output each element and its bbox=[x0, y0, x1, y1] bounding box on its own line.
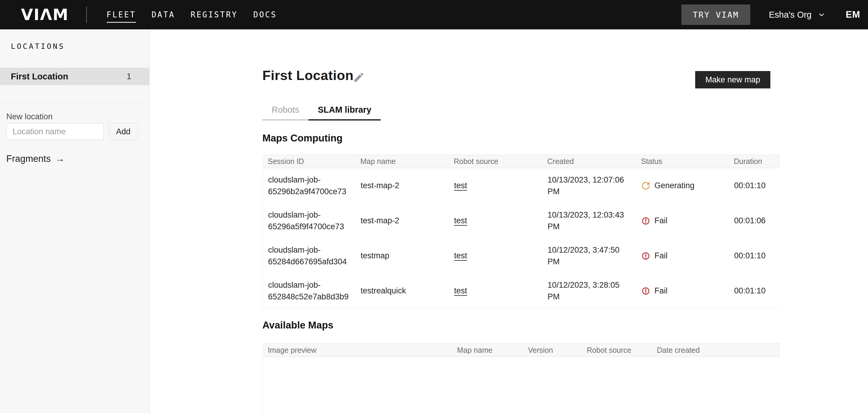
maps-computing-heading: Maps Computing bbox=[262, 132, 343, 144]
tab-slam-library[interactable]: SLAM library bbox=[309, 100, 381, 120]
try-viam-button[interactable]: TRY VIAM bbox=[681, 4, 750, 25]
refresh-icon bbox=[641, 181, 650, 190]
status-cell: Fail bbox=[636, 285, 729, 297]
robot-source-link[interactable]: test bbox=[454, 216, 467, 225]
org-selector[interactable]: Esha's Org bbox=[769, 10, 826, 20]
robot-source-cell: test bbox=[449, 250, 542, 262]
maps-computing-table: Session ID Map name Robot source Created… bbox=[262, 155, 780, 309]
error-icon bbox=[641, 252, 650, 261]
table-row: cloudslam-job-65296b2a9f4700ce73test-map… bbox=[263, 168, 780, 203]
available-maps-table: Image preview Map name Version Robot sou… bbox=[262, 344, 780, 413]
top-nav: VIΛM FLEET DATA REGISTRY DOCS TRY VIAM E… bbox=[0, 0, 868, 29]
column-header-map-name: Map name bbox=[355, 157, 448, 166]
robot-source-link[interactable]: test bbox=[454, 181, 467, 190]
map-name-cell: testmap bbox=[355, 250, 449, 262]
column-header-status: Status bbox=[636, 157, 728, 166]
nav-link-fleet[interactable]: FLEET bbox=[106, 0, 136, 29]
tab-robots[interactable]: Robots bbox=[262, 100, 309, 120]
location-robot-count: 1 bbox=[127, 72, 131, 81]
status-cell: Fail bbox=[636, 250, 729, 262]
make-new-map-button[interactable]: Make new map bbox=[695, 71, 770, 88]
edit-pencil-icon[interactable] bbox=[353, 71, 365, 83]
user-avatar[interactable]: EM bbox=[846, 9, 861, 20]
sidebar-item-first-location[interactable]: First Location 1 bbox=[0, 68, 149, 85]
column-header-robot-source: Robot source bbox=[448, 157, 542, 166]
status-label: Fail bbox=[654, 250, 668, 262]
locations-sidebar: LOCATIONS First Location 1 New location … bbox=[0, 29, 150, 413]
error-icon bbox=[641, 216, 650, 226]
new-location-label: New location bbox=[6, 112, 53, 121]
location-name-input[interactable] bbox=[6, 123, 104, 140]
available-maps-empty-body bbox=[262, 357, 780, 413]
duration-cell: 00:01:10 bbox=[729, 250, 780, 262]
sidebar-heading: LOCATIONS bbox=[11, 42, 65, 51]
nav-link-registry[interactable]: REGISTRY bbox=[191, 0, 238, 29]
app-root: VIΛM FLEET DATA REGISTRY DOCS TRY VIAM E… bbox=[0, 0, 868, 413]
session-id-cell: cloudslam-job-652848c52e7ab8d3b9 bbox=[263, 279, 355, 303]
status-cell: Fail bbox=[636, 215, 729, 227]
created-cell: 10/13/2023, 12:07:06 PM bbox=[542, 174, 636, 198]
location-name: First Location bbox=[11, 71, 68, 82]
available-maps-header: Image preview Map name Version Robot sou… bbox=[262, 344, 780, 357]
duration-cell: 00:01:06 bbox=[729, 215, 780, 227]
status-label: Generating bbox=[654, 180, 694, 191]
status-cell: Generating bbox=[636, 180, 729, 191]
new-location-form: Add bbox=[6, 123, 138, 140]
maps-computing-rows: cloudslam-job-65296b2a9f4700ce73test-map… bbox=[262, 168, 780, 309]
nav-divider bbox=[86, 6, 87, 23]
robot-source-link[interactable]: test bbox=[454, 251, 467, 260]
table-row: cloudslam-job-65284d667695afd304testmapt… bbox=[263, 238, 780, 273]
column-header-created: Created bbox=[542, 157, 636, 166]
nav-links: FLEET DATA REGISTRY DOCS bbox=[106, 0, 277, 29]
duration-cell: 00:01:10 bbox=[729, 285, 780, 297]
robot-source-cell: test bbox=[449, 180, 542, 191]
created-cell: 10/13/2023, 12:03:43 PM bbox=[542, 209, 636, 233]
created-cell: 10/12/2023, 3:47:50 PM bbox=[542, 244, 636, 268]
status-label: Fail bbox=[654, 285, 668, 297]
fragments-link[interactable]: Fragments → bbox=[6, 153, 65, 164]
maps-computing-header: Session ID Map name Robot source Created… bbox=[262, 155, 780, 168]
column-header-version: Version bbox=[523, 346, 581, 355]
map-name-cell: testrealquick bbox=[355, 285, 449, 297]
chevron-down-icon bbox=[818, 11, 826, 19]
column-header-robot-source: Robot source bbox=[581, 346, 651, 355]
tab-bar: Robots SLAM library bbox=[262, 100, 381, 120]
column-header-map-name: Map name bbox=[452, 346, 523, 355]
created-cell: 10/12/2023, 3:28:05 PM bbox=[542, 279, 636, 303]
error-icon bbox=[641, 287, 650, 296]
nav-link-docs[interactable]: DOCS bbox=[253, 0, 277, 29]
add-location-button[interactable]: Add bbox=[109, 123, 138, 140]
robot-source-cell: test bbox=[449, 215, 542, 227]
arrow-right-icon: → bbox=[55, 153, 65, 164]
page-title: First Location bbox=[262, 68, 354, 83]
table-row: cloudslam-job-652848c52e7ab8d3b9testreal… bbox=[263, 273, 780, 308]
column-header-image-preview: Image preview bbox=[262, 346, 452, 355]
column-header-session-id: Session ID bbox=[262, 157, 355, 166]
map-name-cell: test-map-2 bbox=[355, 180, 449, 191]
session-id-cell: cloudslam-job-65296a5f9f4700ce73 bbox=[263, 209, 355, 233]
fragments-label: Fragments bbox=[6, 153, 51, 164]
available-maps-heading: Available Maps bbox=[262, 320, 333, 331]
viam-logo[interactable]: VIΛM bbox=[21, 6, 69, 24]
main-content: First Location Make new map Robots SLAM … bbox=[150, 29, 868, 413]
session-id-cell: cloudslam-job-65284d667695afd304 bbox=[263, 244, 355, 268]
org-name: Esha's Org bbox=[769, 10, 812, 20]
duration-cell: 00:01:10 bbox=[729, 180, 780, 191]
status-label: Fail bbox=[654, 215, 668, 227]
column-header-duration: Duration bbox=[728, 157, 780, 166]
table-row: cloudslam-job-65296a5f9f4700ce73test-map… bbox=[263, 203, 780, 238]
robot-source-link[interactable]: test bbox=[454, 286, 467, 295]
session-id-cell: cloudslam-job-65296b2a9f4700ce73 bbox=[263, 174, 355, 198]
sidebar-divider bbox=[0, 102, 149, 102]
nav-link-data[interactable]: DATA bbox=[152, 0, 175, 29]
map-name-cell: test-map-2 bbox=[355, 215, 449, 227]
column-header-date-created: Date created bbox=[651, 346, 780, 355]
robot-source-cell: test bbox=[449, 285, 542, 297]
